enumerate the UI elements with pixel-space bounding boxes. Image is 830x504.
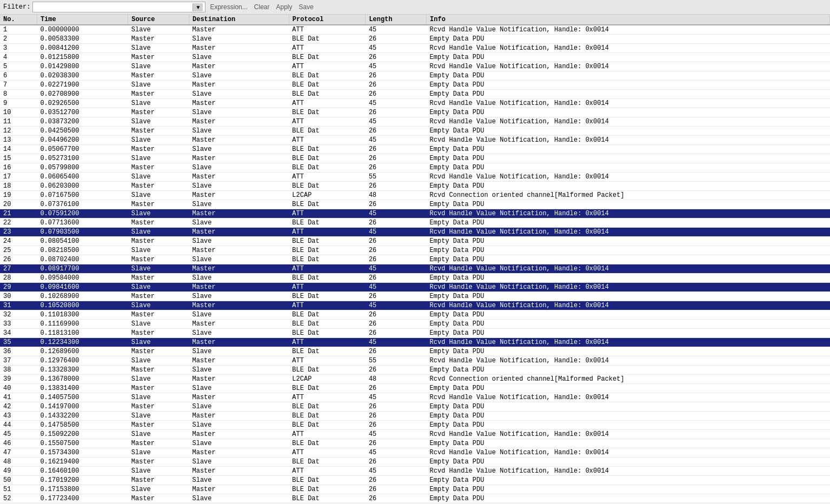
filter-label: Filter: [3,3,30,11]
table-row[interactable]: 510.17153800SlaveMasterBLE Dat26Empty Da… [0,485,830,494]
table-row[interactable]: 500.17019200MasterSlaveBLE Dat26Empty Da… [0,476,830,485]
table-row[interactable]: 60.02038300MasterSlaveBLE Dat26Empty Dat… [0,71,830,81]
filter-dropdown-button[interactable]: ▼ [192,3,203,11]
table-row[interactable]: 440.14758500MasterSlaveBLE Dat26Empty Da… [0,421,830,430]
table-row[interactable]: 110.03873200SlaveMasterATT45Rcvd Handle … [0,117,830,127]
table-row[interactable]: 130.04496200SlaveMasterATT45Rcvd Handle … [0,136,830,145]
cell-1-3: Slave [189,35,289,44]
cell-32-0: 33 [0,320,37,329]
table-row[interactable]: 190.07167500SlaveMasterL2CAP48Rcvd Conne… [0,191,830,200]
col-header-source[interactable]: Source [128,15,189,25]
cell-43-4: BLE Dat [289,421,366,430]
table-row[interactable]: 410.14057500SlaveMasterATT45Rcvd Handle … [0,393,830,402]
table-row[interactable]: 460.15507500MasterSlaveBLE Dat26Empty Da… [0,439,830,448]
cell-45-6: Empty Data PDU [427,439,830,448]
table-row[interactable]: 340.11813100MasterSlaveBLE Dat26Empty Da… [0,329,830,338]
table-row[interactable]: 160.05799800MasterSlaveBLE Dat26Empty Da… [0,163,830,173]
cell-32-1: 0.11169900 [37,320,128,329]
apply-button[interactable]: Apply [274,2,294,12]
cell-0-2: Slave [128,25,189,35]
table-row[interactable]: 330.11169900SlaveMasterBLE Dat26Empty Da… [0,320,830,329]
cell-4-5: 45 [366,62,427,71]
table-row[interactable]: 290.09841600SlaveMasterATT45Rcvd Handle … [0,283,830,292]
cell-1-4: BLE Dat [289,35,366,44]
table-row[interactable]: 250.08218500SlaveMasterBLE Dat26Empty Da… [0,246,830,255]
table-row[interactable]: 210.07591200SlaveMasterATT45Rcvd Handle … [0,209,830,218]
table-row[interactable]: 380.13328300MasterSlaveBLE Dat26Empty Da… [0,366,830,375]
save-button[interactable]: Save [297,2,316,12]
table-row[interactable]: 400.13831400MasterSlaveBLE Dat26Empty Da… [0,384,830,393]
cell-35-2: Master [128,347,189,356]
cell-40-4: ATT [289,393,366,402]
table-row[interactable]: 520.17723400MasterSlaveBLE Dat26Empty Da… [0,494,830,503]
table-row[interactable]: 200.07376100MasterSlaveBLE Dat26Empty Da… [0,200,830,209]
cell-13-6: Empty Data PDU [427,145,830,154]
table-row[interactable]: 420.14197000MasterSlaveBLE Dat26Empty Da… [0,402,830,412]
col-header-length[interactable]: Length [366,15,427,25]
col-header-time[interactable]: Time [37,15,128,25]
col-header-no[interactable]: No. [0,15,37,25]
cell-43-1: 0.14758500 [37,421,128,430]
table-row[interactable]: 20.00583300MasterSlaveBLE Dat26Empty Dat… [0,35,830,44]
filter-input-wrapper: ▼ [32,2,205,12]
cell-32-4: BLE Dat [289,320,366,329]
clear-button[interactable]: Clear [252,2,272,12]
cell-19-2: Master [128,200,189,209]
cell-14-6: Empty Data PDU [427,154,830,163]
table-body: 10.00000000SlaveMasterATT45Rcvd Handle V… [0,25,830,502]
col-header-protocol[interactable]: Protocol [289,15,366,25]
table-row[interactable]: 270.08917700SlaveMasterATT45Rcvd Handle … [0,264,830,274]
cell-46-3: Master [189,448,289,457]
cell-9-2: Master [128,108,189,117]
col-header-info[interactable]: Info [427,15,830,25]
table-row[interactable]: 80.02708900MasterSlaveBLE Dat26Empty Dat… [0,90,830,99]
table-row[interactable]: 320.11018300MasterSlaveBLE Dat26Empty Da… [0,310,830,320]
cell-3-3: Slave [189,53,289,62]
table-row[interactable]: 40.01215800MasterSlaveBLE Dat26Empty Dat… [0,53,830,62]
table-row[interactable]: 310.10520800SlaveMasterATT45Rcvd Handle … [0,301,830,310]
table-row[interactable]: 50.01429800SlaveMasterATT45Rcvd Handle V… [0,62,830,71]
cell-48-6: Rcvd Handle Value Notification, Handle: … [427,467,830,476]
table-row[interactable]: 30.00841200SlaveMasterATT45Rcvd Handle V… [0,44,830,53]
table-row[interactable]: 260.08702400MasterSlaveBLE Dat26Empty Da… [0,255,830,264]
col-header-destination[interactable]: Destination [189,15,289,25]
cell-12-3: Master [189,136,289,145]
table-row[interactable]: 350.12234300SlaveMasterATT45Rcvd Handle … [0,338,830,347]
table-row[interactable]: 220.07713600MasterSlaveBLE Dat26Empty Da… [0,218,830,228]
cell-38-5: 48 [366,375,427,384]
cell-1-1: 0.00583300 [37,35,128,44]
table-row[interactable]: 170.06065400SlaveMasterATT55Rcvd Handle … [0,173,830,182]
cell-13-3: Slave [189,145,289,154]
table-row[interactable]: 140.05067700MasterSlaveBLE Dat26Empty Da… [0,145,830,154]
table-row[interactable]: 280.09584000MasterSlaveBLE Dat26Empty Da… [0,274,830,283]
table-row[interactable]: 300.10268900MasterSlaveBLE Dat26Empty Da… [0,292,830,301]
table-row[interactable]: 150.05273100SlaveMasterBLE Dat26Empty Da… [0,154,830,163]
table-row[interactable]: 240.08054100MasterSlaveBLE Dat26Empty Da… [0,237,830,246]
expression-button[interactable]: Expression... [208,2,249,12]
cell-2-4: ATT [289,44,366,53]
table-row[interactable]: 370.12976400SlaveMasterATT55Rcvd Handle … [0,356,830,366]
table-row[interactable]: 180.06203000MasterSlaveBLE Dat26Empty Da… [0,182,830,191]
filter-input[interactable] [33,2,192,12]
table-row[interactable]: 120.04250500MasterSlaveBLE Dat26Empty Da… [0,127,830,136]
table-row[interactable]: 390.13678000SlaveMasterL2CAP48Rcvd Conne… [0,375,830,384]
table-row[interactable]: 480.16219400MasterSlaveBLE Dat26Empty Da… [0,457,830,467]
table-row[interactable]: 490.16460100SlaveMasterATT45Rcvd Handle … [0,467,830,476]
table-row[interactable]: 70.02271900SlaveMasterBLE Dat26Empty Dat… [0,81,830,90]
cell-36-5: 55 [366,356,427,366]
cell-28-6: Rcvd Handle Value Notification, Handle: … [427,283,830,292]
cell-7-4: BLE Dat [289,90,366,99]
cell-38-1: 0.13678000 [37,375,128,384]
table-row[interactable]: 10.00000000SlaveMasterATT45Rcvd Handle V… [0,25,830,35]
table-row[interactable]: 430.14332200SlaveMasterBLE Dat26Empty Da… [0,412,830,421]
cell-51-2: Master [128,494,189,503]
cell-12-4: ATT [289,136,366,145]
cell-29-1: 0.10268900 [37,292,128,301]
cell-23-2: Master [128,237,189,246]
table-row[interactable]: 450.15092200SlaveMasterATT45Rcvd Handle … [0,430,830,439]
table-row[interactable]: 360.12689600MasterSlaveBLE Dat26Empty Da… [0,347,830,356]
table-row[interactable]: 230.07903500SlaveMasterATT45Rcvd Handle … [0,228,830,237]
table-row[interactable]: 100.03512700MasterSlaveBLE Dat26Empty Da… [0,108,830,117]
table-row[interactable]: 470.15734300SlaveMasterATT45Rcvd Handle … [0,448,830,457]
table-row[interactable]: 90.02926500SlaveMasterATT45Rcvd Handle V… [0,99,830,108]
